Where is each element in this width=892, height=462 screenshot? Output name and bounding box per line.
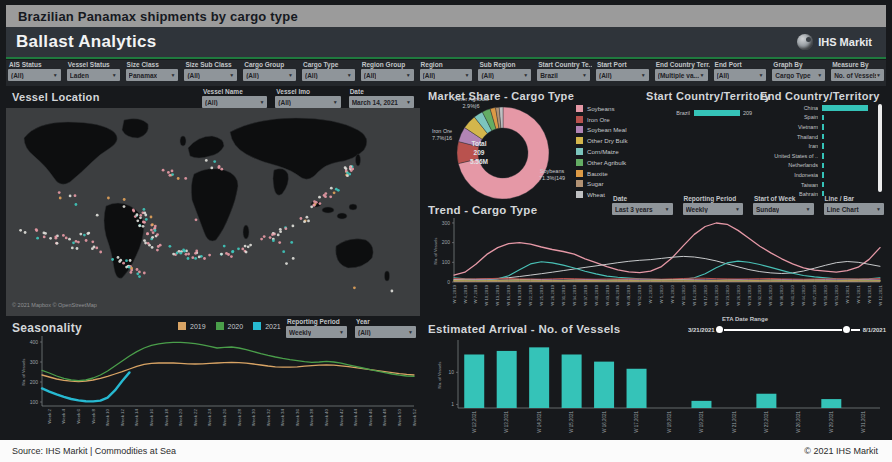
eta-bar-w-29-2021[interactable] bbox=[821, 399, 841, 408]
dropdown-date[interactable]: March 14, 2021▼ bbox=[349, 96, 414, 108]
country-row-united-states-of[interactable]: United States of .. bbox=[758, 151, 876, 161]
dropdown-region-group[interactable]: (All)▼ bbox=[361, 69, 414, 81]
country-row-china[interactable]: China bbox=[758, 103, 876, 113]
vessel-dot bbox=[324, 195, 327, 198]
series-2019[interactable] bbox=[42, 362, 414, 381]
country-bar[interactable] bbox=[822, 143, 824, 149]
country-bar[interactable] bbox=[822, 172, 824, 178]
legend-item-soybeans: Soybeans bbox=[576, 103, 628, 114]
world-map[interactable] bbox=[6, 108, 420, 316]
end-country-title: End Country/Territory bbox=[760, 90, 880, 102]
dropdown-start-port[interactable]: (All)▼ bbox=[596, 69, 649, 81]
dropdown-sub-region[interactable]: (All)▼ bbox=[478, 69, 531, 81]
x-tick-label: W 5,2020 bbox=[659, 284, 664, 303]
country-row-brazil[interactable]: Brazil209 bbox=[648, 108, 760, 118]
eta-bar-w-16-2021[interactable] bbox=[594, 362, 614, 408]
caret-down-icon: ▼ bbox=[112, 72, 117, 78]
dropdown-value: (All) bbox=[11, 72, 24, 79]
vessel-dot bbox=[136, 213, 139, 216]
dropdown-measure-by[interactable]: No. of Vessels▼ bbox=[831, 69, 884, 81]
eta-bar-w-12-2021[interactable] bbox=[464, 354, 484, 408]
donut-callout-other-agribulk: Other Agribulk 2.9%|6 bbox=[436, 96, 506, 110]
filter-sub-region: Sub Region(All)▼ bbox=[476, 60, 533, 86]
country-bar[interactable] bbox=[822, 105, 868, 111]
vessel-dot bbox=[147, 242, 150, 245]
end-country-chart[interactable]: ChinaSpainVietnamThailandIranUnited Stat… bbox=[758, 103, 876, 196]
dropdown-cargo-type[interactable]: (All)▼ bbox=[302, 69, 355, 81]
vessel-dot bbox=[272, 239, 275, 242]
vessel-dot bbox=[144, 242, 147, 245]
slider-track[interactable] bbox=[724, 329, 842, 331]
country-row-indonesia[interactable]: Indonesia bbox=[758, 170, 876, 180]
dropdown-size-sub-class[interactable]: (All)▼ bbox=[184, 69, 237, 81]
x-tick-label: W 21,2021 bbox=[732, 411, 737, 433]
slider-handle-right[interactable] bbox=[843, 326, 850, 333]
dropdown-start-country-te[interactable]: Brazil▼ bbox=[537, 69, 590, 81]
slider-row: 3/21/2021 8/1/2021 bbox=[688, 326, 886, 333]
filter-end-port: End Port(All)▼ bbox=[712, 60, 769, 86]
end-country-scrollbar[interactable] bbox=[878, 104, 882, 192]
dropdown-vessel-status[interactable]: Laden▼ bbox=[67, 69, 120, 81]
dropdown-end-country-terr[interactable]: (Multiple va...▼ bbox=[655, 69, 708, 81]
dropdown-ais-status[interactable]: (All)▼ bbox=[8, 69, 61, 81]
country-bar[interactable] bbox=[822, 182, 824, 188]
slider-handle-left[interactable] bbox=[716, 326, 723, 333]
dropdown-line-bar[interactable]: Line Chart▼ bbox=[824, 203, 885, 215]
dropdown-region[interactable]: (All)▼ bbox=[420, 69, 473, 81]
dropdown-vessel-imo[interactable]: (All)▼ bbox=[275, 96, 340, 108]
series-2020[interactable] bbox=[42, 342, 414, 380]
eta-bar-w-17-2021[interactable] bbox=[627, 369, 647, 408]
vessel-dot bbox=[249, 244, 252, 247]
series-2021[interactable] bbox=[42, 372, 130, 401]
dropdown-start-of-week[interactable]: Sunday▼ bbox=[753, 203, 814, 215]
filter-label: Region Group bbox=[359, 60, 416, 69]
dropdown-size-class[interactable]: Panamax▼ bbox=[126, 69, 179, 81]
vessel-dot bbox=[279, 228, 282, 231]
country-row-vietnam[interactable]: Vietnam bbox=[758, 122, 876, 132]
market-share-donut[interactable] bbox=[424, 100, 584, 212]
start-country-chart[interactable]: Brazil209 bbox=[648, 108, 760, 118]
eta-bar-w-14-2021[interactable] bbox=[529, 347, 549, 408]
trend-chart[interactable]: 0100200300No. of VesselsW 1,2019W 4,2019… bbox=[424, 216, 886, 322]
eta-bar-w-13-2021[interactable] bbox=[497, 351, 517, 408]
legend-swatch bbox=[576, 137, 583, 144]
series-wheat[interactable] bbox=[454, 256, 880, 279]
filter-label: End Country Terr... bbox=[653, 60, 710, 69]
country-bar[interactable] bbox=[822, 163, 824, 169]
series-iron-ore[interactable] bbox=[454, 278, 880, 279]
vessel-dot bbox=[292, 225, 295, 228]
x-tick-label: W 12,2021 bbox=[472, 411, 477, 433]
country-row-netherlands[interactable]: Netherlands bbox=[758, 161, 876, 171]
x-tick-label: Week 44 bbox=[353, 408, 358, 426]
x-tick-label: W 9,2021 bbox=[867, 284, 872, 303]
dropdown-reporting-period[interactable]: Weekly▼ bbox=[683, 203, 744, 215]
eta-chart[interactable]: 110No. of VesselsW 12,2021W 13,2021W 14,… bbox=[424, 336, 886, 440]
country-row-iran[interactable]: Iran bbox=[758, 141, 876, 151]
country-row-thailand[interactable]: Thailand bbox=[758, 132, 876, 142]
dropdown-date[interactable]: Last 3 years▼ bbox=[612, 203, 673, 215]
country-label: Indonesia bbox=[758, 172, 818, 178]
dropdown-cargo-group[interactable]: (All)▼ bbox=[243, 69, 296, 81]
x-tick-label: W 40,2019 bbox=[594, 284, 599, 305]
eta-date-range-slider: ETA Date Range 3/21/2021 8/1/2021 bbox=[688, 316, 886, 333]
vessel-dot bbox=[285, 262, 288, 265]
country-bar[interactable] bbox=[822, 153, 824, 159]
dropdown-value: (All) bbox=[717, 72, 730, 79]
dropdown-vessel-name[interactable]: (All)▼ bbox=[202, 96, 267, 108]
country-bar[interactable] bbox=[822, 115, 824, 121]
dropdown-end-port[interactable]: (All)▼ bbox=[714, 69, 767, 81]
country-bar[interactable] bbox=[822, 124, 824, 130]
vessel-location-title: Vessel Location bbox=[12, 91, 100, 103]
eta-bar-w-23-2021[interactable] bbox=[756, 394, 776, 408]
dropdown-graph-by[interactable]: Cargo Type▼ bbox=[772, 69, 825, 81]
vessel-dot bbox=[143, 239, 146, 242]
country-row-spain[interactable]: Spain bbox=[758, 113, 876, 123]
filter-label: Line / Bar bbox=[822, 194, 887, 203]
eta-bar-w-15-2021[interactable] bbox=[562, 354, 582, 408]
country-bar[interactable] bbox=[822, 134, 824, 140]
seasonality-chart[interactable]: 100200300400No. of VesselsWeek 2Week 4We… bbox=[6, 334, 420, 438]
country-bar[interactable] bbox=[694, 110, 740, 116]
vessel-location-map[interactable] bbox=[6, 108, 420, 316]
eta-bar-w-19-2021[interactable] bbox=[691, 401, 711, 408]
country-row-taiwan[interactable]: Taiwan bbox=[758, 180, 876, 190]
